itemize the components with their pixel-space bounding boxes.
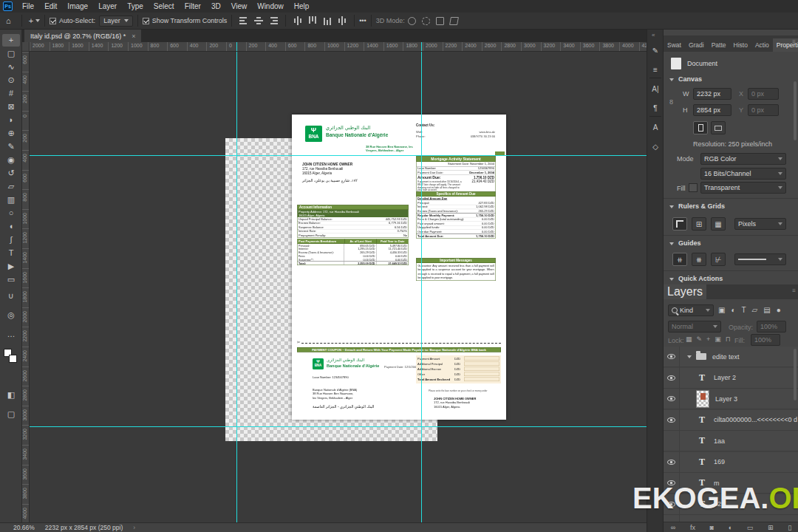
layers-panel-menu-icon[interactable]: ≡ [792, 287, 795, 294]
glyphs-panel-icon[interactable]: A [647, 120, 664, 134]
layer-name[interactable]: Layer 2 [714, 374, 736, 381]
visibility-toggle[interactable] [664, 367, 680, 388]
3d-orbit-icon[interactable] [408, 17, 416, 25]
pixel-layer-filter-icon[interactable]: ▣ [718, 306, 725, 314]
layer-name[interactable]: 169 [714, 458, 725, 466]
tab-actio[interactable]: Actio [751, 38, 773, 52]
layer-row[interactable]: Layer 3 [664, 389, 798, 409]
auto-select-checkbox[interactable] [50, 18, 56, 24]
frame-tool-icon[interactable]: ⊠ [2, 100, 20, 113]
pen-tool-icon[interactable]: ∫ [2, 233, 20, 246]
align-left-icon[interactable] [239, 17, 248, 24]
edit-toolbar-ellipsis-icon[interactable]: … [2, 328, 20, 341]
smart-object-filter-icon[interactable]: ▤ [763, 306, 770, 314]
layer-name[interactable]: Layer 3 [715, 395, 737, 403]
portrait-orientation-button[interactable] [693, 121, 708, 134]
delete-layer-icon[interactable]: ▯ [788, 524, 791, 531]
tool-presets-panel-icon[interactable]: ≡ [647, 62, 664, 77]
visibility-toggle[interactable] [664, 515, 680, 522]
foreground-background-swatches[interactable] [4, 349, 18, 365]
layer-name[interactable]: 1aa [714, 437, 725, 445]
adjustment-layer-filter-icon[interactable]: ◐ [731, 306, 735, 314]
menu-edit[interactable]: Edit [39, 0, 62, 13]
crop-tool-icon[interactable]: # [2, 87, 20, 100]
horizontal-guide[interactable] [30, 155, 647, 156]
vertical-guide[interactable] [236, 52, 237, 522]
lock-image-pixels-icon[interactable]: ✎ [697, 335, 703, 343]
distribute-bottom-icon[interactable] [324, 16, 331, 25]
layer-name[interactable]: edite text [712, 353, 740, 361]
link-layers-icon[interactable]: ∞ [671, 524, 675, 531]
dock-collapse-icon[interactable]: « [652, 32, 654, 38]
vertical-guide[interactable] [421, 52, 422, 522]
screen-mode-icon[interactable]: ▢ [2, 408, 20, 420]
rectangle-shape-tool-icon[interactable]: ▭ [2, 273, 20, 286]
quick-mask-icon[interactable]: ◧ [2, 389, 20, 401]
align-right-icon[interactable] [269, 17, 278, 24]
menu-3d[interactable]: 3D [206, 0, 226, 13]
character-panel-icon[interactable]: A| [647, 81, 664, 96]
3d-pan-icon[interactable] [436, 17, 444, 25]
photoshop-logo-icon[interactable]: Ps [3, 1, 13, 11]
toggle-grid-icon[interactable]: ⊞ [692, 217, 706, 231]
layer-filter-kind-dropdown[interactable]: Kind [668, 304, 714, 316]
layer-row[interactable]: edite text [664, 347, 798, 367]
lock-all-icon[interactable]: ⊓ [726, 335, 731, 343]
toggle-pixel-grid-icon[interactable]: ▦ [711, 217, 726, 231]
move-tool-icon[interactable]: + [2, 34, 20, 47]
more-options-ellipsis[interactable]: ••• [359, 17, 366, 24]
layer-filter-toggle-icon[interactable]: ● [777, 306, 781, 314]
adjustment-layer-icon[interactable]: ◐ [729, 524, 732, 531]
lasso-tool-icon[interactable]: ∿ [2, 61, 20, 73]
lock-position-icon[interactable]: + [706, 335, 710, 343]
layer-thumbnail[interactable] [696, 390, 709, 408]
new-layer-icon[interactable]: ⊞ [768, 524, 774, 531]
chevron-down-icon[interactable] [35, 19, 40, 22]
clear-guides-icon[interactable]: ⊬ [711, 253, 726, 266]
type-tool-icon[interactable]: T [2, 247, 20, 259]
layer-row[interactable]: T169 [664, 452, 798, 473]
3d-slide-icon[interactable] [449, 17, 459, 25]
show-transform-controls-checkbox[interactable] [143, 18, 149, 24]
horizontal-ruler[interactable]: 2000180016001400120010008006004002000200… [30, 42, 647, 52]
spot-healing-brush-tool-icon[interactable]: ⊕ [2, 127, 20, 140]
fill-swatch[interactable] [689, 183, 698, 192]
scrollbar[interactable] [794, 349, 797, 400]
dodge-tool-icon[interactable]: ◖ [2, 220, 20, 233]
tab-swat[interactable]: Swat [664, 38, 685, 52]
type-layer-filter-icon[interactable]: T [742, 306, 746, 314]
chevron-down-icon[interactable] [669, 242, 674, 245]
auto-select-target-dropdown[interactable]: Layer [99, 16, 133, 27]
shape-layer-filter-icon[interactable]: ▱ [752, 306, 758, 314]
lock-transparent-pixels-icon[interactable]: ▦ [686, 335, 692, 343]
path-selection-tool-icon[interactable]: ▶ [2, 260, 20, 273]
color-mode-dropdown[interactable]: RGB Color [700, 153, 786, 165]
layer-mask-icon[interactable]: ◙ [710, 524, 714, 531]
lock-guides-icon[interactable]: ⧻ [692, 253, 706, 266]
bit-depth-dropdown[interactable]: 16 Bits/Channel [700, 168, 786, 180]
ruler-units-dropdown[interactable]: Pixels [734, 218, 786, 230]
align-center-icon[interactable] [254, 17, 263, 24]
tab-layers[interactable]: Layers [664, 284, 706, 299]
eraser-tool-icon[interactable]: ▱ [2, 180, 20, 193]
menu-window[interactable]: Window [252, 0, 289, 13]
layer-row[interactable]: T01.01.1990 [664, 515, 798, 522]
tab-histo[interactable]: Histo [730, 38, 751, 52]
rectangular-marquee-tool-icon[interactable]: ▢ [2, 47, 20, 60]
visibility-toggle[interactable] [664, 451, 680, 472]
document-tab[interactable]: Italy id.psd @ 20.7% (RGB/16) * × [24, 30, 141, 42]
menu-select[interactable]: Select [149, 0, 180, 13]
eyedropper-tool-icon[interactable]: ◗ [2, 114, 20, 126]
canvas-width-field[interactable]: 2232 px [693, 88, 732, 100]
close-icon[interactable]: × [132, 33, 135, 40]
distribute-center-icon[interactable] [338, 16, 346, 25]
layer-row[interactable]: TLayer 2 [664, 368, 798, 389]
new-group-icon[interactable]: ▭ [747, 524, 754, 531]
gradient-tool-icon[interactable]: ▥ [2, 194, 20, 206]
menu-file[interactable]: File [17, 0, 39, 13]
menu-view[interactable]: View [226, 0, 253, 13]
menu-image[interactable]: Image [62, 0, 93, 13]
brush-tool-icon[interactable]: ✎ [2, 140, 20, 153]
chevron-down-icon[interactable] [669, 78, 674, 81]
3d-roll-icon[interactable] [422, 17, 430, 25]
